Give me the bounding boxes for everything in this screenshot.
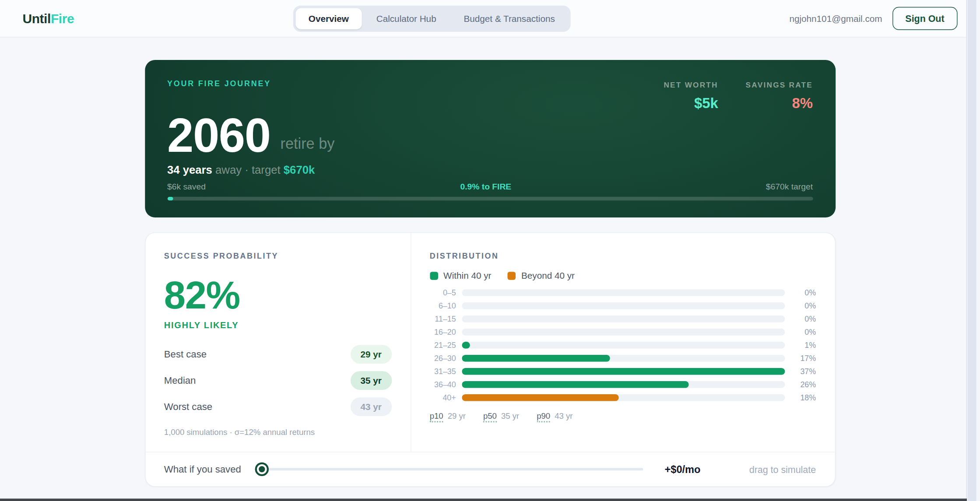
chart-legend: Within 40 yr Beyond 40 yr — [430, 270, 816, 280]
simulator-label: What if you saved — [164, 464, 241, 475]
logo-part-fire: Fire — [51, 11, 74, 25]
progress-bar-fill — [167, 197, 173, 201]
case-value-badge: 43 yr — [351, 397, 392, 416]
years-away-value: 34 years — [167, 164, 212, 176]
bar-track — [462, 394, 785, 401]
simulator-amount: +$0/mo — [665, 463, 701, 475]
bin-label: 6–10 — [430, 301, 456, 310]
main-tabbar: OverviewCalculator HubBudget & Transacti… — [293, 5, 570, 32]
slider-track[interactable] — [255, 468, 643, 471]
tab-overview[interactable]: Overview — [295, 8, 362, 29]
bin-percentage: 0% — [792, 301, 816, 310]
percentile-value: 35 yr — [501, 411, 519, 420]
bin-label: 36–40 — [430, 380, 456, 389]
bar-fill — [462, 342, 471, 349]
bar-track — [462, 302, 785, 309]
app-logo[interactable]: UntilFire — [22, 11, 74, 26]
success-verdict: HIGHLY LIKELY — [164, 320, 392, 330]
success-title: SUCCESS PROBABILITY — [164, 252, 392, 260]
fire-progress: $6k saved 0.9% to FIRE $670k target — [167, 182, 813, 201]
distribution-bar-row: 36–40 26% — [430, 381, 816, 388]
distribution-bar-row: 26–30 17% — [430, 355, 816, 362]
retirement-subtitle: 34 years away · target $670k — [167, 164, 813, 177]
legend-swatch-icon — [430, 271, 438, 280]
case-row: Median 35 yr — [164, 371, 392, 390]
hero-stats: NET WORTH $5k SAVINGS RATE 8% — [664, 81, 813, 112]
bar-track — [462, 381, 785, 388]
header-right-group: ngjohn101@gmail.com Sign Out — [789, 7, 957, 30]
logo-part-until: Until — [22, 11, 50, 25]
sign-out-button[interactable]: Sign Out — [892, 7, 957, 30]
percentile-row: p10 29 yr p50 35 yr p90 43 yr — [430, 411, 816, 423]
page-scrollbar[interactable] — [966, 0, 980, 501]
distribution-bar-row: 21–25 1% — [430, 342, 816, 349]
scrollbar-track[interactable] — [967, 0, 976, 501]
tab-calculator-hub[interactable]: Calculator Hub — [363, 8, 450, 29]
percentile-key[interactable]: p90 — [537, 411, 550, 423]
case-row: Worst case 43 yr — [164, 397, 392, 416]
tab-budget-transactions[interactable]: Budget & Transactions — [451, 8, 568, 29]
bin-percentage: 1% — [792, 341, 816, 350]
net-worth-stat: NET WORTH $5k — [664, 81, 718, 112]
distribution-title: DISTRIBUTION — [430, 252, 816, 260]
bin-percentage: 0% — [792, 288, 816, 297]
target-label: $670k target — [766, 182, 813, 191]
bar-track — [462, 342, 785, 349]
bin-label: 40+ — [430, 393, 456, 402]
retirement-year: 2060 — [167, 113, 270, 158]
percentile-key[interactable]: p50 — [483, 411, 497, 423]
fire-journey-hero-card: YOUR FIRE JOURNEY NET WORTH $5k SAVINGS … — [145, 60, 836, 217]
savings-slider[interactable] — [255, 462, 643, 476]
bin-percentage: 17% — [792, 354, 816, 363]
bar-fill — [462, 394, 619, 401]
savings-rate-label: SAVINGS RATE — [746, 81, 813, 89]
main-content: YOUR FIRE JOURNEY NET WORTH $5k SAVINGS … — [145, 60, 836, 501]
what-if-simulator: What if you saved +$0/mo drag to simulat… — [145, 452, 835, 486]
bin-label: 26–30 — [430, 354, 456, 363]
legend-item: Within 40 yr — [430, 270, 492, 280]
success-percentage: 82% — [164, 273, 392, 317]
hero-eyebrow: YOUR FIRE JOURNEY — [167, 79, 271, 88]
slider-knob[interactable] — [255, 462, 268, 476]
savings-rate-stat: SAVINGS RATE 8% — [746, 81, 813, 112]
net-worth-label: NET WORTH — [664, 81, 718, 89]
progress-bar-track — [167, 197, 813, 201]
retirement-year-block: 2060 retire by — [167, 113, 813, 158]
bin-percentage: 18% — [792, 393, 816, 402]
bin-label: 16–20 — [430, 328, 456, 336]
bar-fill — [462, 381, 689, 388]
saved-label: $6k saved — [167, 182, 206, 191]
legend-swatch-icon — [508, 271, 516, 280]
net-worth-value: $5k — [664, 95, 718, 112]
savings-rate-value: 8% — [746, 95, 813, 112]
percentile-value: 43 yr — [555, 411, 573, 420]
user-email: ngjohn101@gmail.com — [789, 14, 882, 24]
simulator-hint: drag to simulate — [749, 464, 816, 474]
bar-track — [462, 289, 785, 296]
app-viewport: UntilFire OverviewCalculator HubBudget &… — [0, 0, 980, 501]
progress-percent-label: 0.9% to FIRE — [460, 182, 511, 191]
case-label: Best case — [164, 349, 207, 360]
retire-by-label: retire by — [281, 135, 335, 158]
bin-percentage: 37% — [792, 367, 816, 376]
tabs-zone: OverviewCalculator HubBudget & Transacti… — [74, 5, 789, 32]
case-list: Best case 29 yr Median 35 yr Worst case … — [164, 345, 392, 416]
distribution-bar-row: 0–5 0% — [430, 289, 816, 296]
case-value-badge: 35 yr — [351, 371, 392, 390]
legend-label: Within 40 yr — [443, 270, 491, 280]
percentile-p90: p90 43 yr — [537, 411, 573, 423]
away-target-text: away · target — [215, 164, 281, 176]
case-label: Median — [164, 375, 196, 386]
percentile-value: 29 yr — [448, 411, 466, 420]
target-amount: $670k — [284, 164, 315, 176]
percentile-key[interactable]: p10 — [430, 411, 443, 423]
simulation-footnote: 1,000 simulations · σ=12% annual returns — [164, 427, 392, 437]
bin-label: 0–5 — [430, 288, 456, 297]
legend-item: Beyond 40 yr — [508, 270, 575, 280]
percentile-p50: p50 35 yr — [483, 411, 519, 423]
case-value-badge: 29 yr — [351, 345, 392, 364]
percentile-p10: p10 29 yr — [430, 411, 466, 423]
legend-label: Beyond 40 yr — [521, 270, 575, 280]
bar-track — [462, 329, 785, 336]
bar-track — [462, 355, 785, 362]
